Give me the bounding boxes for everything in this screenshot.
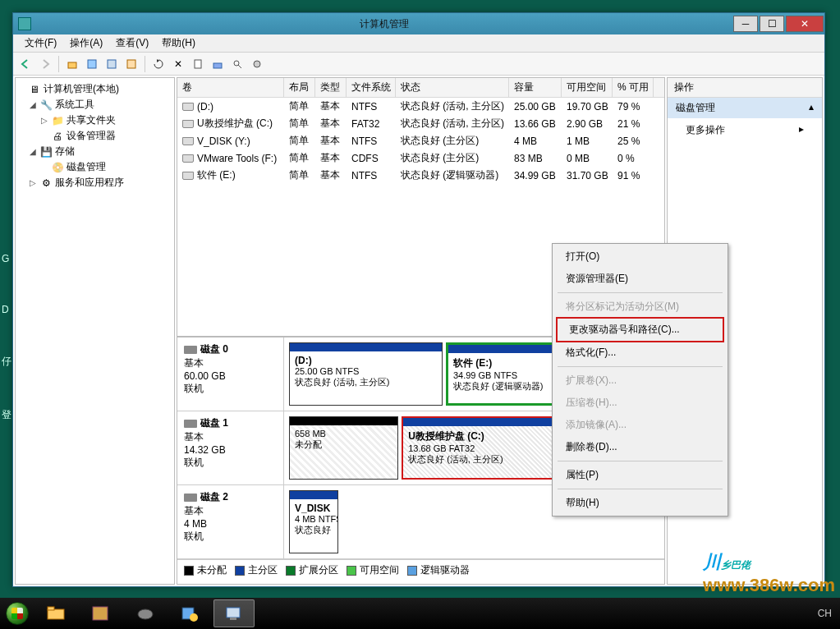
view1-button[interactable] [83, 55, 101, 73]
table-row[interactable]: 软件 (E:)简单基本NTFS状态良好 (逻辑驱动器)34.99 GB31.70… [177, 167, 664, 184]
collapse-icon: ▴ [809, 101, 814, 115]
svg-rect-10 [48, 607, 54, 610]
tool-a-button[interactable] [209, 55, 227, 73]
tree-shared-folders[interactable]: ▷📁共享文件夹 [17, 112, 172, 128]
svg-rect-16 [230, 618, 236, 620]
navigation-tree[interactable]: 🖥计算机管理(本地) ◢🔧系统工具 ▷📁共享文件夹 🖨设备管理器 ◢💾存储 📀磁… [15, 77, 175, 585]
start-orb-icon [6, 602, 29, 625]
view2-button[interactable] [103, 55, 121, 73]
delete-button[interactable]: ✕ [169, 55, 187, 73]
col-free[interactable]: 可用空间 [562, 78, 613, 97]
table-row[interactable]: (D:)简单基本NTFS状态良好 (活动, 主分区)25.00 GB19.70 … [177, 98, 664, 115]
tree-disk-management[interactable]: 📀磁盘管理 [17, 159, 172, 175]
col-layout[interactable]: 布局 [284, 78, 315, 97]
svg-point-12 [138, 609, 153, 619]
col-pct-free[interactable]: % 可用 [613, 78, 654, 97]
menubar: 文件(F) 操作(A) 查看(V) 帮助(H) [13, 34, 824, 53]
actions-more[interactable]: 更多操作▸ [668, 118, 822, 142]
col-filesystem[interactable]: 文件系统 [347, 78, 396, 97]
svg-rect-11 [93, 607, 108, 620]
svg-rect-15 [227, 608, 240, 618]
partition[interactable]: (D:)25.00 GB NTFS状态良好 (活动, 主分区) [289, 342, 443, 406]
table-row[interactable]: U教授维护盘 (C:)简单基本FAT32状态良好 (活动, 主分区)13.66 … [177, 115, 664, 132]
close-button[interactable]: ✕ [786, 16, 824, 32]
col-type[interactable]: 类型 [315, 78, 347, 97]
start-button[interactable] [0, 598, 34, 629]
svg-rect-2 [108, 60, 116, 68]
svg-point-8 [254, 61, 260, 67]
titlebar[interactable]: 计算机管理 ─ ☐ ✕ [13, 13, 824, 34]
svg-rect-5 [213, 63, 222, 68]
settings-button[interactable] [248, 55, 266, 73]
back-button[interactable] [16, 55, 34, 73]
maximize-button[interactable]: ☐ [760, 16, 784, 32]
context-menu-item[interactable]: 属性(P) [554, 464, 726, 486]
context-menu-item[interactable]: 打开(O) [554, 246, 726, 268]
col-volume[interactable]: 卷 [177, 78, 284, 97]
drive-icon [182, 137, 194, 145]
svg-rect-1 [88, 60, 96, 68]
tree-storage[interactable]: ◢💾存储 [17, 144, 172, 159]
disk-info: 磁盘 2基本4 MB联机 [177, 485, 284, 558]
taskbar[interactable]: CH [0, 598, 840, 629]
context-menu-item: 将分区标记为活动分区(M) [554, 296, 726, 318]
menu-help[interactable]: 帮助(H) [155, 34, 202, 52]
ime-indicator[interactable]: CH [818, 608, 832, 619]
minimize-button[interactable]: ─ [733, 16, 758, 32]
partition[interactable]: V_DISK4 MB NTFS状态良好 [289, 490, 338, 553]
search-button[interactable] [228, 55, 246, 73]
svg-rect-4 [195, 60, 201, 68]
view3-button[interactable] [122, 55, 140, 73]
tree-root[interactable]: 🖥计算机管理(本地) [17, 81, 172, 97]
menu-action[interactable]: 操作(A) [63, 34, 109, 52]
up-button[interactable] [63, 55, 81, 73]
context-menu-item[interactable]: 帮助(H) [554, 492, 726, 514]
forward-button[interactable] [36, 55, 54, 73]
table-row[interactable]: V_DISK (Y:)简单基本NTFS状态良好 (主分区)4 MB1 MB25 … [177, 132, 664, 149]
app-icon [18, 17, 31, 30]
toolbar: ✕ [13, 53, 824, 76]
taskbar-item-app3[interactable] [169, 599, 210, 627]
taskbar-item-app2[interactable] [125, 599, 166, 627]
tree-system-tools[interactable]: ◢🔧系统工具 [17, 97, 172, 112]
drive-icon [182, 172, 194, 180]
svg-rect-3 [127, 60, 135, 68]
svg-point-14 [190, 613, 198, 622]
svg-rect-0 [68, 62, 76, 68]
context-menu: 打开(O)资源管理器(E)将分区标记为活动分区(M)更改驱动器号和路径(C)..… [552, 243, 728, 517]
context-menu-item: 压缩卷(H)... [554, 392, 726, 414]
tree-device-manager[interactable]: 🖨设备管理器 [17, 128, 172, 144]
system-tray[interactable]: CH [810, 608, 840, 619]
tree-services[interactable]: ▷⚙服务和应用程序 [17, 175, 172, 191]
col-capacity[interactable]: 容量 [509, 78, 562, 97]
actions-header: 操作 [668, 78, 822, 98]
context-menu-item: 扩展卷(X)... [554, 370, 726, 392]
chevron-right-icon: ▸ [799, 123, 804, 137]
props-button[interactable] [189, 55, 207, 73]
menu-file[interactable]: 文件(F) [18, 34, 63, 52]
context-menu-item[interactable]: 格式化(F)... [554, 342, 726, 364]
context-menu-item: 添加镜像(A)... [554, 414, 726, 436]
disk-info: 磁盘 1基本14.32 GB联机 [177, 411, 284, 484]
context-menu-item[interactable]: 删除卷(D)... [554, 436, 726, 458]
drive-icon [182, 103, 194, 111]
actions-disk-mgmt[interactable]: 磁盘管理▴ [668, 98, 822, 118]
svg-line-7 [238, 65, 241, 68]
taskbar-item-computer-mgmt[interactable] [213, 599, 255, 627]
volume-list-header: 卷 布局 类型 文件系统 状态 容量 可用空间 % 可用 [177, 78, 664, 98]
context-menu-item[interactable]: 资源管理器(E) [554, 268, 726, 290]
menu-view[interactable]: 查看(V) [109, 34, 155, 52]
refresh-button[interactable] [149, 55, 168, 73]
desktop-edge-hints: G D 仔 登 [2, 213, 11, 461]
table-row[interactable]: VMware Tools (F:)简单基本CDFS状态良好 (主分区)83 MB… [177, 149, 664, 167]
taskbar-item-app1[interactable] [80, 599, 122, 627]
col-status[interactable]: 状态 [396, 78, 509, 97]
window-title: 计算机管理 [36, 17, 732, 31]
drive-icon [182, 154, 194, 163]
svg-rect-9 [48, 609, 64, 619]
drive-icon [182, 120, 194, 128]
taskbar-item-explorer[interactable] [36, 599, 77, 627]
context-menu-item[interactable]: 更改驱动器号和路径(C)... [556, 317, 724, 342]
partition[interactable]: 658 MB未分配 [289, 416, 398, 480]
legend: 未分配主分区扩展分区可用空间逻辑驱动器 [177, 559, 664, 581]
